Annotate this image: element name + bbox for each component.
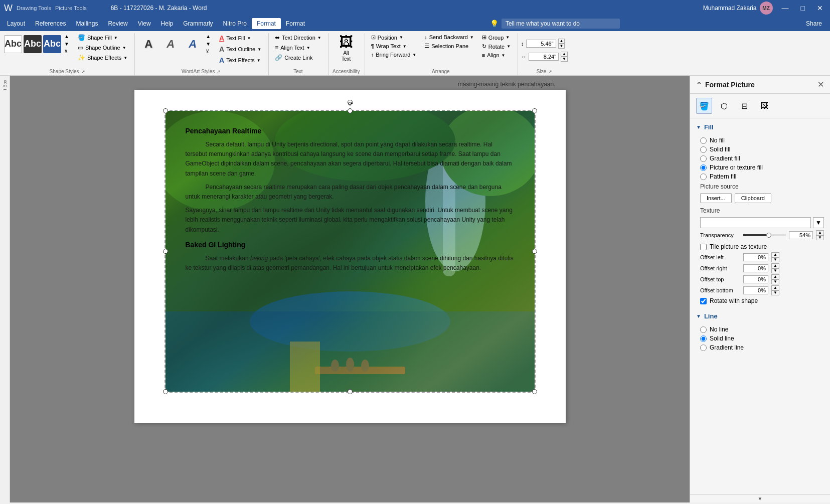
transparency-input[interactable] bbox=[789, 231, 813, 239]
handle-bot-center[interactable] bbox=[348, 389, 353, 394]
no-fill-radio[interactable] bbox=[700, 137, 707, 144]
shape-styles-down[interactable]: ▼ bbox=[63, 41, 71, 47]
clipboard-button[interactable]: Clipboard bbox=[735, 193, 771, 203]
offset-left-down[interactable]: ▼ bbox=[771, 257, 779, 262]
handle-bot-left[interactable] bbox=[163, 389, 168, 394]
offset-top-up[interactable]: ▲ bbox=[771, 274, 779, 279]
text-fill-button[interactable]: A Text Fill ▼ bbox=[216, 33, 264, 43]
wordart-style-1[interactable]: A bbox=[138, 35, 159, 53]
wordart-up[interactable]: ▲ bbox=[204, 33, 212, 40]
width-input[interactable] bbox=[529, 53, 559, 61]
group-button[interactable]: ⊞ Group ▼ bbox=[479, 33, 514, 42]
fill-section-header[interactable]: ▼ Fill bbox=[690, 120, 830, 134]
shape-fill-button[interactable]: 🪣 Shape Fill ▼ bbox=[75, 33, 130, 42]
shape-style-3[interactable]: Abc bbox=[43, 35, 61, 53]
shape-styles-more[interactable]: ⊻ bbox=[63, 48, 71, 55]
shape-outline-arrow[interactable]: ▼ bbox=[122, 46, 126, 50]
picture-fill-radio[interactable] bbox=[700, 164, 707, 171]
text-effects-arrow[interactable]: ▼ bbox=[257, 58, 261, 63]
shape-effects-arrow[interactable]: ▼ bbox=[123, 56, 127, 60]
panel-scroll-bottom[interactable]: ▼ bbox=[690, 494, 830, 502]
menu-layout[interactable]: Layout bbox=[2, 18, 30, 29]
gradient-fill-radio[interactable] bbox=[700, 155, 707, 162]
texture-box[interactable] bbox=[700, 217, 811, 228]
rotate-checkbox[interactable] bbox=[700, 298, 707, 304]
minimize-button[interactable]: — bbox=[779, 3, 792, 13]
offset-bottom-up[interactable]: ▲ bbox=[771, 285, 779, 290]
menu-nitropro[interactable]: Nitro Pro bbox=[218, 18, 252, 29]
doc-area[interactable]: masing-masing teknik pencahayaan. ⟳ bbox=[10, 76, 690, 502]
rotate-button[interactable]: ↻ Rotate ▼ bbox=[479, 42, 514, 51]
bring-forward-button[interactable]: ↑ Bring Forward ▼ bbox=[368, 51, 420, 59]
menu-format-picture[interactable]: Format bbox=[281, 18, 310, 29]
slider-thumb[interactable] bbox=[766, 233, 771, 238]
send-backward-arrow[interactable]: ▼ bbox=[470, 35, 474, 40]
shape-styles-expand[interactable]: ↗ bbox=[81, 69, 85, 74]
offset-right-up[interactable]: ▲ bbox=[771, 263, 779, 268]
pattern-fill-radio[interactable] bbox=[700, 174, 707, 180]
alt-text-button[interactable]: 🖼 AltText bbox=[333, 33, 359, 62]
maximize-button[interactable]: □ bbox=[798, 3, 808, 13]
handle-top-left[interactable] bbox=[163, 108, 168, 113]
text-effects-button[interactable]: A Text Effects ▼ bbox=[216, 55, 264, 65]
solid-line-radio[interactable] bbox=[700, 335, 707, 342]
close-button[interactable]: ✕ bbox=[814, 3, 826, 13]
texture-dropdown[interactable]: ▼ bbox=[813, 217, 824, 228]
offset-left-up[interactable]: ▲ bbox=[771, 252, 779, 257]
wordart-style-3[interactable]: A bbox=[182, 35, 203, 53]
height-up[interactable]: ▲ bbox=[558, 39, 565, 44]
shape-effects-button[interactable]: ✨ Shape Effects ▼ bbox=[75, 53, 130, 62]
align-arrow[interactable]: ▼ bbox=[502, 53, 506, 58]
align-text-arrow[interactable]: ▼ bbox=[306, 46, 310, 50]
handle-rotate[interactable]: ⟳ bbox=[348, 100, 353, 105]
panel-collapse-icon[interactable]: ⌃ bbox=[696, 81, 702, 89]
wordart-style-2[interactable]: A bbox=[160, 35, 181, 53]
gradient-line-radio[interactable] bbox=[700, 345, 707, 351]
align-text-button[interactable]: ≡ Align Text ▼ bbox=[272, 43, 324, 52]
menu-view[interactable]: View bbox=[133, 18, 156, 29]
offset-left-input[interactable] bbox=[743, 253, 768, 261]
menu-review[interactable]: Review bbox=[103, 18, 132, 29]
handle-bot-right[interactable] bbox=[532, 389, 537, 394]
menu-mailings[interactable]: Mailings bbox=[71, 18, 103, 29]
image-container[interactable]: ⟳ bbox=[164, 110, 536, 393]
align-button[interactable]: ≡ Align ▼ bbox=[479, 51, 514, 59]
offset-right-down[interactable]: ▼ bbox=[771, 268, 779, 273]
position-arrow[interactable]: ▼ bbox=[399, 35, 403, 40]
wordart-down[interactable]: ▼ bbox=[204, 41, 212, 47]
offset-bottom-down[interactable]: ▼ bbox=[771, 290, 779, 295]
bring-forward-arrow[interactable]: ▼ bbox=[412, 53, 416, 57]
send-backward-button[interactable]: ↓ Send Backward ▼ bbox=[421, 33, 476, 41]
text-direction-button[interactable]: ⬌ Text Direction ▼ bbox=[272, 33, 324, 42]
wordart-expand[interactable]: ↗ bbox=[217, 69, 221, 74]
layout-tab-button[interactable]: ⊟ bbox=[736, 98, 752, 114]
offset-top-input[interactable] bbox=[743, 275, 768, 283]
width-up[interactable]: ▲ bbox=[561, 52, 568, 57]
solid-fill-radio[interactable] bbox=[700, 146, 707, 153]
handle-mid-left[interactable] bbox=[163, 249, 168, 254]
text-fill-arrow[interactable]: ▼ bbox=[247, 36, 251, 41]
text-outline-button[interactable]: A Text Outline ▼ bbox=[216, 44, 264, 54]
handle-mid-right[interactable] bbox=[532, 249, 537, 254]
create-link-button[interactable]: 🔗 Create Link bbox=[272, 53, 324, 62]
menu-references[interactable]: References bbox=[30, 18, 71, 29]
panel-close-button[interactable]: ✕ bbox=[817, 80, 824, 89]
transparency-up[interactable]: ▲ bbox=[816, 230, 824, 235]
menu-format-drawing[interactable]: Format bbox=[252, 18, 281, 29]
tile-checkbox[interactable] bbox=[700, 244, 707, 250]
shape-style-2[interactable]: Abc bbox=[24, 35, 42, 53]
position-button[interactable]: ⊡ Position ▼ bbox=[368, 33, 420, 42]
handle-top-center[interactable] bbox=[348, 108, 353, 113]
panel-body[interactable]: ▼ Fill No fill Solid fill Gradient fill bbox=[690, 118, 830, 494]
wrap-text-arrow[interactable]: ▼ bbox=[403, 44, 407, 49]
selection-pane-button[interactable]: ☰ Selection Pane bbox=[421, 42, 476, 50]
effects-tab-button[interactable]: ⬡ bbox=[716, 98, 732, 114]
menu-help[interactable]: Help bbox=[156, 18, 179, 29]
wrap-text-button[interactable]: ¶ Wrap Text ▼ bbox=[368, 42, 420, 50]
insert-button[interactable]: Insert... bbox=[700, 193, 732, 203]
fill-tab-button[interactable]: 🪣 bbox=[696, 98, 712, 114]
transparency-down[interactable]: ▼ bbox=[816, 235, 824, 240]
line-section-header[interactable]: ▼ Line bbox=[690, 309, 830, 323]
size-expand[interactable]: ↗ bbox=[548, 69, 552, 74]
shape-styles-up[interactable]: ▲ bbox=[63, 33, 71, 40]
